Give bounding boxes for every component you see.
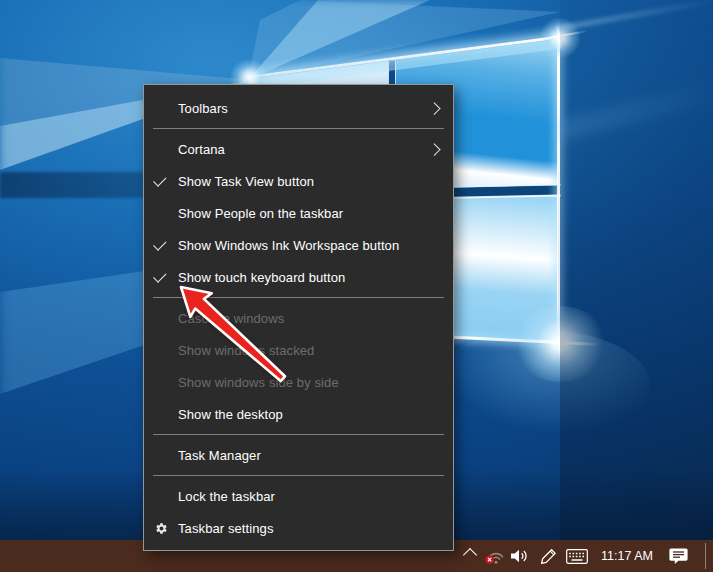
menu-item-toolbars[interactable]: Toolbars bbox=[144, 92, 453, 124]
corner-glow bbox=[512, 306, 608, 382]
taskbar-context-menu: ToolbarsCortanaShow Task View buttonShow… bbox=[143, 84, 454, 551]
menu-item-label: Cascade windows bbox=[178, 311, 441, 326]
taskbar-clock[interactable]: 11:17 AM bbox=[597, 540, 657, 572]
menu-item-icon-slot bbox=[144, 274, 178, 281]
corner-glow bbox=[539, 17, 581, 59]
menu-item-label: Lock the taskbar bbox=[178, 489, 441, 504]
desktop-screen: 11:17 AM ToolbarsCortanaShow Task View b… bbox=[0, 0, 713, 572]
show-desktop-divider[interactable] bbox=[705, 543, 706, 569]
menu-separator bbox=[153, 434, 444, 435]
menu-item-label: Show Windows Ink Workspace button bbox=[178, 238, 441, 253]
menu-item-label: Task Manager bbox=[178, 448, 441, 463]
menu-separator bbox=[153, 128, 444, 129]
checkmark-icon bbox=[153, 269, 166, 282]
menu-item-show-windows-ink-workspace-button[interactable]: Show Windows Ink Workspace button bbox=[144, 229, 453, 261]
menu-separator bbox=[153, 297, 444, 298]
checkmark-icon bbox=[153, 237, 166, 250]
gear-icon bbox=[155, 522, 168, 535]
windows-ink-pen-icon[interactable] bbox=[540, 548, 557, 565]
menu-item-label: Show the desktop bbox=[178, 407, 441, 422]
menu-item-task-manager[interactable]: Task Manager bbox=[144, 439, 453, 471]
action-center-icon[interactable] bbox=[668, 547, 690, 566]
menu-item-label: Show touch keyboard button bbox=[178, 270, 441, 285]
menu-item-show-task-view-button[interactable]: Show Task View button bbox=[144, 165, 453, 197]
menu-item-show-touch-keyboard-button[interactable]: Show touch keyboard button bbox=[144, 261, 453, 293]
menu-item-lock-the-taskbar[interactable]: Lock the taskbar bbox=[144, 480, 453, 512]
network-disconnected-icon[interactable] bbox=[485, 548, 505, 565]
menu-item-label: Show windows stacked bbox=[178, 343, 441, 358]
submenu-arrow-icon bbox=[428, 143, 440, 155]
menu-item-label: Taskbar settings bbox=[178, 521, 441, 536]
menu-item-icon-slot bbox=[144, 242, 178, 249]
menu-item-label: Toolbars bbox=[178, 101, 430, 116]
submenu-arrow-icon bbox=[428, 102, 440, 114]
menu-item-show-windows-stacked: Show windows stacked bbox=[144, 334, 453, 366]
menu-item-label: Show Task View button bbox=[178, 174, 441, 189]
hidden-icons-chevron-icon[interactable] bbox=[462, 549, 478, 561]
menu-item-label: Show windows side by side bbox=[178, 375, 441, 390]
menu-item-taskbar-settings[interactable]: Taskbar settings bbox=[144, 512, 453, 544]
menu-separator bbox=[153, 475, 444, 476]
checkmark-icon bbox=[153, 173, 166, 186]
menu-item-cascade-windows: Cascade windows bbox=[144, 302, 453, 334]
touch-keyboard-icon[interactable] bbox=[566, 549, 588, 564]
menu-item-show-windows-side-by-side: Show windows side by side bbox=[144, 366, 453, 398]
menu-item-show-the-desktop[interactable]: Show the desktop bbox=[144, 398, 453, 430]
windows-logo-right-edge bbox=[557, 37, 560, 343]
menu-item-cortana[interactable]: Cortana bbox=[144, 133, 453, 165]
menu-item-label: Show People on the taskbar bbox=[178, 206, 441, 221]
menu-item-show-people-on-the-taskbar[interactable]: Show People on the taskbar bbox=[144, 197, 453, 229]
menu-item-icon-slot bbox=[144, 522, 178, 535]
menu-item-label: Cortana bbox=[178, 142, 430, 157]
windows-logo-top-edge bbox=[247, 36, 561, 79]
menu-item-icon-slot bbox=[144, 178, 178, 185]
volume-icon[interactable] bbox=[511, 549, 529, 563]
